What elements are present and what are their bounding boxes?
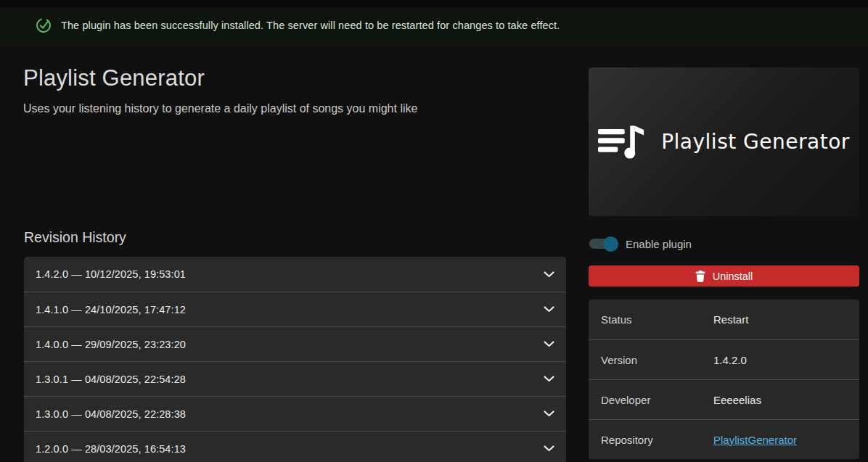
info-value: Restart [713,313,748,326]
revision-item[interactable]: 1.3.0.0 — 04/08/2025, 22:28:38 [24,396,566,431]
chevron-down-icon [544,341,554,347]
check-circle-icon [36,17,52,33]
top-strip [0,0,868,8]
page-description: Uses your listening history to generate … [23,102,417,115]
chevron-down-icon [544,376,554,382]
info-value: 1.4.2.0 [713,354,747,366]
uninstall-button-label: Uninstall [713,271,753,282]
plugin-info-table: Status Restart Version 1.4.2.0 Developer… [589,300,859,459]
revision-item-label: 1.2.0.0 — 28/03/2025, 16:54:13 [36,443,186,455]
trash-icon [695,271,705,282]
revision-history-heading: Revision History [24,229,126,246]
info-row-developer: Developer Eeeeelias [589,379,859,419]
banner-message: The plugin has been successfully install… [61,20,560,31]
chevron-down-icon [544,306,554,313]
revision-item-label: 1.3.0.1 — 04/08/2025, 22:54:28 [36,374,186,385]
revision-item[interactable]: 1.2.0.0 — 28/03/2025, 16:54:13 [24,431,566,462]
playlist-icon [598,125,644,160]
revision-item-label: 1.3.0.0 — 04/08/2025, 22:28:38 [36,408,186,420]
notification-banner: The plugin has been successfully install… [0,8,868,42]
enable-plugin-row: Enable plugin [589,236,692,252]
revision-item[interactable]: 1.4.1.0 — 24/10/2025, 17:47:12 [24,292,566,326]
chevron-down-icon [544,445,554,452]
uninstall-button[interactable]: Uninstall [589,265,859,286]
repository-link[interactable]: PlaylistGenerator [713,434,797,446]
revision-item-label: 1.4.1.0 — 24/10/2025, 17:47:12 [36,304,186,315]
revision-item[interactable]: 1.4.2.0 — 10/12/2025, 19:53:01 [24,257,566,292]
plugin-card-image: Playlist Generator [589,67,859,216]
info-label: Developer [601,394,713,406]
revision-item[interactable]: 1.3.0.1 — 04/08/2025, 22:54:28 [24,361,566,396]
info-label: Version [601,354,713,366]
chevron-down-icon [544,411,554,417]
chevron-down-icon [544,271,554,278]
info-label: Repository [601,434,713,446]
info-row-version: Version 1.4.2.0 [589,339,859,379]
revision-item-label: 1.4.2.0 — 10/12/2025, 19:53:01 [36,268,186,280]
info-row-status: Status Restart [589,300,859,339]
page-title: Playlist Generator [23,65,205,91]
info-label: Status [601,313,713,326]
info-row-repository: Repository PlaylistGenerator [589,419,859,459]
enable-plugin-label: Enable plugin [626,238,692,250]
enable-plugin-toggle[interactable] [589,236,618,252]
revision-item-label: 1.4.0.0 — 29/09/2025, 23:23:20 [36,339,186,350]
info-value: Eeeeelias [713,394,761,406]
toggle-thumb [603,236,618,252]
revision-history-list: 1.4.2.0 — 10/12/2025, 19:53:01 1.4.1.0 —… [24,257,566,462]
plugin-card-title: Playlist Generator [661,130,850,154]
revision-item[interactable]: 1.4.0.0 — 29/09/2025, 23:23:20 [24,326,566,361]
